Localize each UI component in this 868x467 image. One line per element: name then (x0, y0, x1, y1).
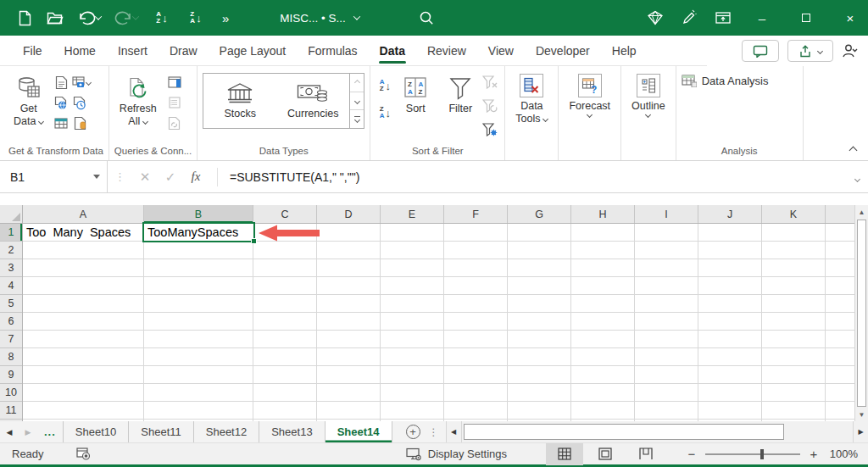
maximize-button[interactable] (788, 0, 824, 36)
account-person-icon[interactable] (842, 43, 858, 58)
data-tools-button[interactable]: Data Tools (510, 69, 553, 125)
ribbon-tab[interactable]: Page Layout (209, 36, 298, 65)
ribbon-tab[interactable]: Draw (159, 36, 209, 65)
from-text-csv-icon[interactable] (52, 73, 70, 92)
select-all-corner[interactable] (0, 205, 23, 224)
from-table-range-icon[interactable] (52, 114, 70, 132)
zoom-in-button[interactable]: + (809, 447, 819, 461)
horizontal-scroll-thumb[interactable] (464, 424, 784, 440)
expand-formula-bar-icon[interactable] (855, 170, 860, 185)
horizontal-scroll-track[interactable] (462, 421, 854, 442)
ribbon-tab[interactable]: File (12, 36, 53, 65)
row-header[interactable]: 8 (0, 348, 22, 366)
scroll-right-icon[interactable]: ▶ (853, 421, 868, 442)
scroll-down-icon[interactable]: ▼ (855, 408, 868, 421)
dropdown-icon[interactable] (86, 79, 92, 85)
sort-button[interactable]: ZAAZ Sort (398, 69, 433, 115)
existing-connections-icon[interactable] (70, 114, 89, 132)
horizontal-scrollbar[interactable]: ◀ ▶ (446, 421, 868, 442)
column-header[interactable]: C (253, 205, 317, 223)
column-header[interactable]: I (635, 205, 698, 223)
outline-dropdown-icon[interactable] (645, 112, 651, 118)
collapse-ribbon-button[interactable] (842, 66, 868, 160)
sort-ascending-icon[interactable]: AZ↓ (147, 5, 176, 31)
zoom-slider[interactable] (705, 453, 800, 455)
refresh-all-dropdown-icon[interactable] (142, 119, 148, 125)
formula-input[interactable]: =SUBSTITUTE(A1," ","") (230, 170, 359, 184)
ribbon-tab[interactable]: Review (416, 36, 477, 65)
column-header[interactable]: B (144, 205, 253, 223)
column-header[interactable]: H (571, 205, 635, 223)
comments-button[interactable] (742, 40, 779, 62)
column-header[interactable]: D (317, 205, 381, 223)
row-header[interactable]: 10 (0, 384, 22, 402)
scroll-left-icon[interactable]: ◀ (447, 421, 462, 442)
filter-button[interactable]: Filter (443, 69, 477, 115)
recent-sources-icon[interactable] (70, 93, 89, 112)
sheet-bar-options-icon[interactable]: ⋮ (429, 426, 439, 438)
page-break-preview-button[interactable] (627, 443, 665, 465)
cell-A1[interactable]: Too Many Spaces (23, 224, 144, 242)
data-tools-dropdown-icon[interactable] (542, 116, 548, 122)
from-web-table-icon[interactable] (70, 73, 92, 92)
vertical-scrollbar[interactable]: ▲ ▼ (854, 205, 868, 421)
macro-record-icon[interactable] (76, 448, 91, 460)
search-icon[interactable] (414, 5, 439, 31)
new-sheet-button[interactable]: + (406, 425, 420, 439)
ribbon-tab[interactable]: Help (601, 36, 648, 65)
sheet-tab[interactable]: Sheet14 (326, 421, 392, 442)
qat-overflow-button[interactable]: » (219, 11, 232, 25)
ribbon-tab[interactable]: Formulas (297, 36, 368, 65)
gallery-scroll-down-icon[interactable] (350, 92, 364, 110)
cell-B1-selected[interactable]: TooManySpaces (142, 222, 255, 242)
ribbon-tab[interactable]: Insert (107, 36, 159, 65)
from-web-icon[interactable] (52, 93, 70, 112)
ribbon-tab[interactable]: Data (369, 36, 416, 65)
forecast-button[interactable]: ? Forecast (564, 69, 615, 117)
ribbon-tab[interactable]: Home (53, 36, 107, 65)
column-header[interactable]: G (508, 205, 571, 223)
minimize-button[interactable]: – (744, 0, 780, 36)
row-header[interactable]: 2 (0, 242, 22, 259)
forecast-dropdown-icon[interactable] (587, 112, 593, 118)
name-box-dropdown-icon[interactable] (93, 175, 100, 179)
document-title[interactable]: MISC... • S... (280, 12, 359, 25)
normal-view-button[interactable] (546, 443, 583, 465)
share-button[interactable] (787, 40, 833, 62)
sheet-nav-left-icon[interactable]: ◀ (0, 421, 19, 442)
zoom-out-button[interactable]: − (687, 447, 697, 461)
sort-a-to-z-button[interactable]: AZ↓ (376, 76, 394, 95)
ink-pen-icon[interactable] (676, 5, 702, 31)
new-file-icon[interactable] (12, 5, 37, 31)
insert-function-icon[interactable]: fx (183, 170, 209, 184)
zoom-slider-thumb[interactable] (760, 449, 764, 459)
data-type-stocks[interactable]: Stocks (203, 74, 276, 128)
row-header[interactable]: 5 (0, 295, 22, 313)
ribbon-display-options-icon[interactable] (710, 5, 736, 31)
ribbon-tab[interactable]: Developer (525, 36, 601, 65)
row-header[interactable]: 6 (0, 313, 22, 331)
row-header[interactable]: 7 (0, 331, 22, 348)
open-folder-icon[interactable] (42, 5, 68, 31)
name-box[interactable]: B1 (0, 161, 108, 192)
premium-diamond-icon[interactable] (643, 5, 668, 31)
sheet-tab[interactable]: Sheet12 (194, 421, 259, 442)
share-dropdown-icon[interactable] (817, 47, 823, 53)
formula-bar-grip-icon[interactable]: ⋮ (108, 170, 132, 183)
advanced-filter-icon[interactable] (481, 120, 499, 139)
undo-dropdown-icon[interactable] (95, 13, 102, 19)
row-header[interactable]: 9 (0, 366, 22, 384)
gallery-more-icon[interactable] (350, 109, 364, 128)
row-header[interactable]: 3 (0, 259, 22, 277)
display-settings-button[interactable]: Display Settings (406, 448, 507, 461)
row-header[interactable]: 11 (0, 402, 22, 420)
page-layout-view-button[interactable] (587, 443, 624, 465)
close-button[interactable]: × (832, 0, 868, 36)
row-header[interactable]: 1 (0, 224, 22, 242)
scroll-up-icon[interactable]: ▲ (855, 205, 868, 219)
outline-button[interactable]: Outline (626, 69, 670, 117)
column-header[interactable]: F (444, 205, 508, 223)
title-dropdown-icon[interactable] (353, 13, 360, 19)
column-header[interactable]: A (23, 205, 144, 223)
refresh-all-button[interactable]: Refresh All (114, 69, 162, 128)
